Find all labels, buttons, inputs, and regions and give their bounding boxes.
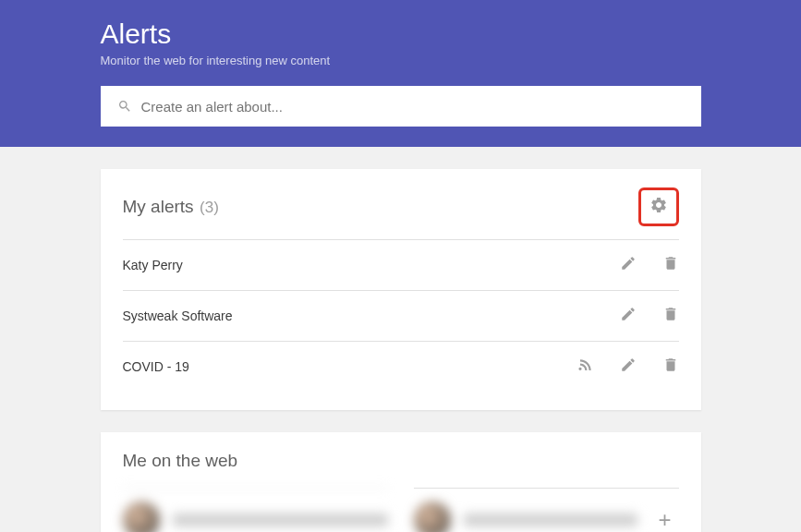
edit-button[interactable] [620,357,637,377]
edit-button[interactable] [620,255,637,275]
delete-button[interactable] [662,255,679,275]
avatar [414,502,451,532]
my-alerts-title: My alerts [123,197,194,216]
delete-button[interactable] [662,357,679,377]
trash-icon [662,255,679,275]
alert-name: COVID - 19 [123,359,189,374]
page-subtitle: Monitor the web for interesting new cont… [101,54,701,67]
alert-row: Katy Perry [123,239,679,290]
pencil-icon [620,255,637,275]
settings-button[interactable] [638,187,679,226]
alert-name: Katy Perry [123,258,183,272]
web-item[interactable] [123,488,388,532]
edit-button[interactable] [620,306,637,326]
web-item[interactable]: + [414,488,679,532]
pencil-icon [620,306,637,326]
trash-icon [662,306,679,326]
my-alerts-count: (3) [200,199,219,216]
alert-row: Systweak Software [123,290,679,341]
web-item-label [464,514,638,526]
header: Alerts Monitor the web for interesting n… [0,0,801,147]
alert-name: Systweak Software [123,308,233,323]
rss-button[interactable] [577,357,594,377]
rss-icon [577,357,594,377]
search-input[interactable] [141,99,685,115]
web-item-label [173,514,388,526]
alert-row: COVID - 19 [123,341,679,392]
trash-icon [662,357,679,377]
my-alerts-card: My alerts (3) Katy Perry Systweak So [101,169,701,410]
avatar [123,502,160,532]
plus-icon: + [658,507,671,532]
me-on-web-title: Me on the web [123,451,679,471]
gear-icon [649,196,668,218]
search-box[interactable] [101,86,701,127]
delete-button[interactable] [662,306,679,326]
pencil-icon [620,357,637,377]
page-title: Alerts [101,18,701,50]
search-icon [117,99,132,114]
add-web-item-button[interactable]: + [650,507,678,532]
me-on-web-card: Me on the web + [101,432,701,532]
